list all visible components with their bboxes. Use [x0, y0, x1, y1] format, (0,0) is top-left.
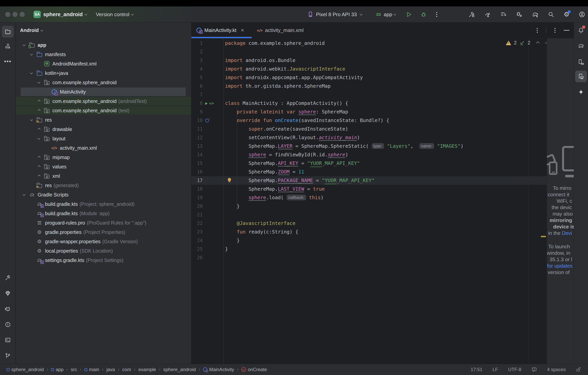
tab-activity-main-xml[interactable]: </> activity_main.xml [257, 22, 304, 38]
apply-code-changes-icon[interactable]: A [484, 11, 491, 18]
tree-row[interactable]: res [16, 115, 191, 125]
tree-row[interactable]: ⚙local.properties(SDK Location) [16, 246, 191, 256]
app-quality-insights-tool-button[interactable] [2, 288, 14, 299]
tree-toggle[interactable] [22, 44, 27, 46]
inspection-highlight-icon[interactable] [532, 367, 537, 372]
breadcrumb-item[interactable]: KMainActivity [203, 367, 234, 372]
code-line[interactable]: } [225, 202, 240, 211]
tree-row[interactable]: mipmap [16, 153, 191, 162]
terminal-tool-button[interactable] [2, 334, 14, 346]
inspections-widget[interactable]: 2 2 [506, 40, 547, 46]
resource-manager-tool-button[interactable] [2, 40, 14, 52]
code-line[interactable]: } [225, 245, 228, 253]
help-link[interactable]: Devi [562, 230, 572, 236]
run-gutter-icon[interactable]: ▶ [205, 101, 208, 105]
tree-toggle[interactable] [37, 166, 42, 168]
code-line[interactable]: import th.or.gistda.sphere.SphereMap [225, 82, 331, 90]
code-line[interactable]: sphere.load( callback: this) [225, 193, 324, 202]
code-line[interactable]: import android.os.Bundle [225, 56, 295, 65]
run-button[interactable] [405, 11, 412, 18]
chevron-right-icon[interactable] [38, 165, 41, 168]
breadcrumb-item[interactable]: sphere_android [163, 367, 196, 372]
tree-toggle[interactable] [37, 109, 42, 111]
tab-mainactivity[interactable]: K MainActivity.kt ✕ [196, 22, 244, 38]
chevron-right-icon[interactable] [38, 156, 41, 159]
more-tool-windows-button[interactable]: ••• [2, 55, 14, 67]
tree-row[interactable]: layout [16, 134, 191, 143]
attach-debugger-icon[interactable] [516, 11, 523, 18]
tree-row[interactable]: </>activity_main.xml [16, 143, 191, 153]
device-manager-tool-button[interactable] [575, 56, 587, 68]
editor-options-icon[interactable] [537, 30, 538, 31]
tree-row[interactable]: values [16, 162, 191, 171]
tree-row[interactable]: app [16, 40, 191, 50]
tree-toggle[interactable] [29, 119, 34, 121]
tree-toggle[interactable] [37, 138, 42, 139]
version-control-menu[interactable]: Version control [96, 6, 134, 22]
unlocked-icon[interactable] [576, 367, 581, 372]
chevron-right-icon[interactable] [38, 109, 41, 112]
chevron-right-icon[interactable] [38, 100, 41, 103]
tab-list-icon[interactable] [555, 30, 556, 31]
tree-row[interactable]: ⚙gradle-wrapper.properties(Gradle Versio… [16, 237, 191, 246]
running-devices-tool-button[interactable] [575, 71, 587, 82]
debug-button[interactable] [420, 11, 427, 18]
tree-toggle[interactable] [22, 194, 27, 196]
help-link[interactable]: for updates [547, 263, 572, 269]
warning-stripe-mark[interactable] [541, 236, 546, 237]
indent-setting[interactable]: 4 spaces [547, 367, 566, 372]
tree-row[interactable]: com.example.sphere_android(test) [16, 106, 191, 115]
tree-row[interactable]: KMainActivity [16, 87, 191, 96]
device-selector[interactable]: Pixel 8 Pro API 33 [307, 11, 362, 18]
breadcrumb-item[interactable]: monCreate [242, 367, 267, 372]
problems-tool-button[interactable] [2, 319, 14, 330]
code-line[interactable]: class MainActivity : AppCompatActivity()… [225, 99, 348, 107]
tree-row[interactable]: drawable [16, 125, 191, 134]
tree-row[interactable]: proguard-rules.pro(ProGuard Rules for ":… [16, 218, 191, 227]
hide-editor-icon[interactable] [564, 30, 569, 31]
code-line[interactable]: SphereMap.API_KEY = "YUOR_MAP_API_KEY" [225, 159, 360, 168]
build-hammer-icon[interactable] [468, 11, 475, 18]
tree-row[interactable]: com.example.sphere_android(androidTest) [16, 96, 191, 106]
related-xml-gutter-icon[interactable]: </> [209, 102, 213, 105]
previous-problem-icon[interactable] [536, 41, 539, 45]
code-line[interactable]: SphereMap.PACKAGE_NAME = "YUOR_MAP_API_K… [225, 176, 375, 185]
line-separator[interactable]: LF [493, 367, 498, 372]
tree-toggle[interactable] [29, 72, 34, 74]
minimize-window-button[interactable] [12, 12, 18, 17]
code-line[interactable]: import androidx.appcompat.app.AppCompatA… [225, 73, 363, 82]
zoom-window-button[interactable] [20, 12, 25, 17]
version-control-tool-button[interactable] [2, 350, 14, 362]
code-line[interactable]: fun ready(c:String) { [225, 228, 298, 236]
tree-row[interactable]: manifests [16, 50, 191, 59]
breadcrumb-item[interactable]: sphere_android [7, 367, 44, 372]
breadcrumb-item[interactable]: example [138, 367, 156, 372]
logcat-tool-button[interactable] [2, 303, 14, 315]
tree-toggle[interactable] [37, 156, 42, 158]
tree-toggle[interactable] [37, 128, 42, 130]
tree-row[interactable]: xml [16, 171, 191, 181]
tree-row[interactable]: Kbuild.gradle.kts(Module :app) [16, 209, 191, 218]
code-editor[interactable]: 2 2 12345678▶</>910↑11121314151617181920… [191, 38, 547, 364]
tree-row[interactable]: Ksettings.gradle.kts(Project Settings) [16, 256, 191, 265]
code-line[interactable]: SphereMap.LAST_VIEW = true [225, 185, 325, 193]
code-line[interactable]: package com.example.sphere_android [225, 39, 325, 48]
tree-row[interactable]: MAndroidManifest.xml [16, 59, 191, 68]
close-tab-icon[interactable]: ✕ [241, 28, 244, 33]
gemini-tool-button[interactable] [575, 86, 587, 98]
gradle-tool-button[interactable] [575, 40, 587, 52]
project-view-selector[interactable]: Android [20, 27, 43, 33]
code-line[interactable]: @JavascriptInterface [225, 219, 295, 228]
intention-bulb-icon[interactable] [228, 178, 231, 181]
tree-toggle[interactable] [37, 175, 42, 177]
profiler-icon[interactable] [500, 11, 507, 18]
tree-row[interactable]: Gradle Scripts [16, 190, 191, 199]
tree-toggle[interactable] [37, 100, 42, 102]
code-line[interactable]: SphereMap.LAYER = SphereMap.SphereStatic… [225, 142, 463, 150]
code-line[interactable]: sphere = findViewById(R.id.sphere) [225, 150, 348, 159]
tree-row[interactable]: com.example.sphere_android [16, 78, 191, 87]
file-encoding[interactable]: UTF-8 [508, 367, 521, 372]
code-line[interactable]: SphereMap.ZOOM = 11 [225, 168, 304, 176]
next-problem-icon[interactable] [545, 41, 547, 44]
breadcrumb-item[interactable]: java [106, 367, 115, 372]
